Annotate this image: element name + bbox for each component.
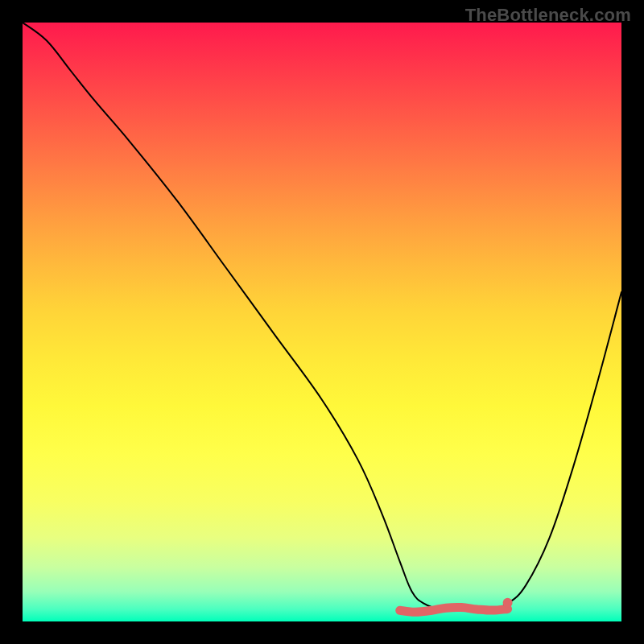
bottleneck-curve bbox=[23, 23, 621, 610]
curve-svg bbox=[23, 23, 621, 621]
chart-container: TheBottleneck.com bbox=[0, 0, 644, 644]
minimum-marker-band bbox=[400, 607, 508, 612]
minimum-marker-dot bbox=[503, 598, 513, 608]
plot-area bbox=[23, 23, 621, 621]
watermark-text: TheBottleneck.com bbox=[465, 5, 631, 26]
